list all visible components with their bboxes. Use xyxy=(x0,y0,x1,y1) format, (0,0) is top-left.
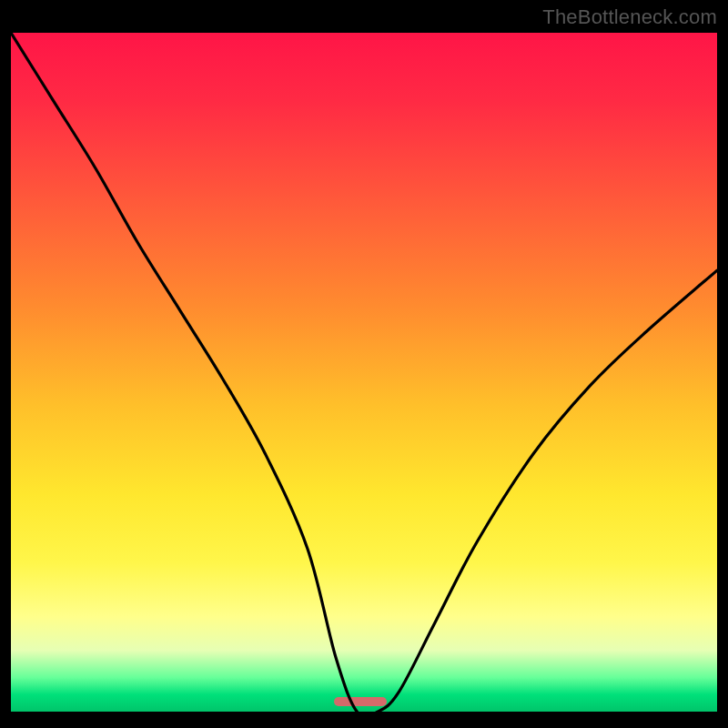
chart-container: TheBottleneck.com xyxy=(0,0,728,728)
curve-path xyxy=(11,33,717,712)
watermark-text: TheBottleneck.com xyxy=(542,5,717,29)
plot-area xyxy=(11,33,717,712)
bottleneck-curve xyxy=(11,33,717,712)
